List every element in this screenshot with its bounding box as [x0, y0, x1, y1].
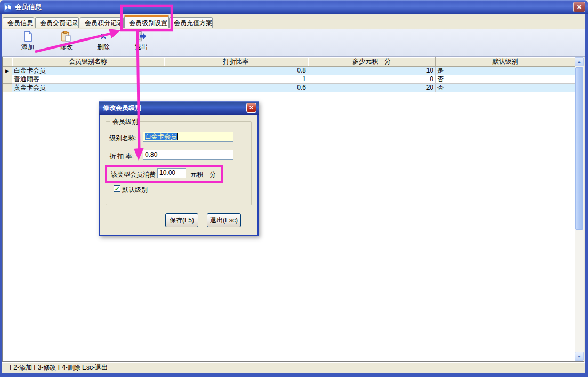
grid-header-selector — [3, 57, 12, 67]
exit-button-label: 退出 — [135, 43, 148, 52]
add-document-icon — [23, 30, 33, 42]
level-name-input[interactable]: 白金卡会员 — [143, 132, 233, 142]
cell-default[interactable]: 是 — [436, 67, 575, 75]
window-title: 会员信息 — [15, 3, 42, 12]
exit-door-icon — [135, 30, 147, 42]
cell-yuan-per-point[interactable]: 0 — [308, 75, 436, 84]
cell-default[interactable]: 否 — [436, 75, 575, 84]
window-border-bottom — [0, 373, 588, 377]
window-border-right — [585, 14, 588, 373]
selected-row-arrow-icon: ▶ — [5, 68, 9, 74]
cell-level-name[interactable]: 普通顾客 — [12, 75, 164, 84]
chevron-down-icon: ▼ — [577, 355, 581, 358]
add-button-label: 添加 — [21, 43, 34, 52]
edit-button-label: 修改 — [60, 43, 73, 52]
status-text: F2-添加 F3-修改 F4-删除 Esc-退出 — [10, 364, 108, 371]
level-name-label: 级别名称: — [109, 134, 136, 143]
groupbox-label: 会员级别 — [110, 117, 140, 126]
grid-header-default[interactable]: 默认级别 — [436, 57, 575, 67]
tab-level-settings[interactable]: 会员级别设置 — [124, 15, 169, 28]
discount-rate-input[interactable]: 0.80 — [143, 150, 233, 160]
grid-header-discount[interactable]: 打折比率 — [164, 57, 308, 67]
tab-recharge-plans[interactable]: 会员充值方案 — [169, 17, 213, 28]
tab-member-info[interactable]: 会员信息 — [3, 17, 34, 28]
member-info-window: 会员信息 × 会员信息 会员交费记录 会员积分记录 会员级别设置 会员充值方案 … — [0, 0, 588, 377]
dialog-title: 修改会员级别 — [103, 103, 141, 113]
selected-text: 白金卡会员 — [145, 133, 177, 140]
cell-level-name[interactable]: 白金卡会员 — [12, 67, 164, 75]
app-icon — [4, 3, 12, 12]
grid-header-level-name[interactable]: 会员级别名称 — [12, 57, 164, 67]
discount-rate-label: 折 扣 率: — [109, 152, 134, 161]
toolbar: 添加 修改 × 删除 退出 — [2, 29, 585, 57]
grid-header-yuan-per-point[interactable]: 多少元积一分 — [308, 57, 436, 67]
cell-discount[interactable]: 0.8 — [164, 67, 308, 75]
dialog-exit-button[interactable]: 退出(Esc) — [207, 213, 241, 227]
table-row[interactable]: 普通顾客 1 0 否 — [3, 75, 575, 84]
scroll-up-button[interactable]: ▲ — [575, 57, 584, 66]
dialog-titlebar: 修改会员级别 × — [99, 101, 259, 115]
tab-strip: 会员信息 会员交费记录 会员积分记录 会员级别设置 会员充值方案 — [2, 15, 585, 28]
row-selector-cell — [3, 84, 12, 92]
cell-yuan-per-point[interactable]: 10 — [308, 67, 436, 75]
default-level-checkbox[interactable]: ✔ — [114, 185, 120, 192]
grid-header-row: 会员级别名称 打折比率 多少元积一分 默认级别 — [3, 57, 575, 67]
edit-button[interactable]: 修改 — [51, 30, 81, 55]
chevron-up-icon: ▲ — [577, 60, 581, 63]
cell-level-name[interactable]: 黄金卡会员 — [12, 84, 164, 92]
consume-suffix-label: 元积一分 — [190, 170, 216, 179]
window-titlebar: 会员信息 — [0, 0, 588, 14]
cell-discount[interactable]: 1 — [164, 75, 308, 84]
window-close-button[interactable]: × — [573, 2, 585, 12]
tab-payment-records[interactable]: 会员交费记录 — [35, 17, 79, 28]
cell-discount[interactable]: 0.6 — [164, 84, 308, 92]
cell-default[interactable]: 否 — [436, 84, 575, 92]
row-selector-cell — [3, 75, 12, 84]
delete-button-label: 删除 — [97, 43, 110, 52]
check-icon: ✔ — [115, 186, 119, 192]
dialog-close-button[interactable]: × — [246, 103, 256, 113]
delete-button[interactable]: × 删除 — [88, 30, 118, 55]
consume-label: 该类型会员消费 — [111, 170, 156, 179]
member-level-grid: 会员级别名称 打折比率 多少元积一分 默认级别 ▶ 白金卡会员 0.8 10 是… — [2, 57, 584, 362]
row-selector-cell: ▶ — [3, 67, 12, 75]
scroll-down-button[interactable]: ▼ — [575, 352, 584, 361]
exit-button[interactable]: 退出 — [126, 30, 156, 55]
vertical-scrollbar[interactable]: ▲ ▼ — [575, 57, 584, 361]
scrollbar-thumb[interactable] — [575, 67, 583, 230]
add-button[interactable]: 添加 — [13, 30, 43, 55]
edit-clipboard-icon — [61, 30, 71, 42]
table-row[interactable]: 黄金卡会员 0.6 20 否 — [3, 84, 575, 92]
consume-amount-input[interactable]: 10.00 — [157, 168, 186, 178]
status-bar: F2-添加 F3-修改 F4-删除 Esc-退出 — [2, 362, 585, 373]
cell-yuan-per-point[interactable]: 20 — [308, 84, 436, 92]
table-row[interactable]: ▶ 白金卡会员 0.8 10 是 — [3, 67, 575, 75]
text-caret — [177, 133, 178, 140]
tab-points-records[interactable]: 会员积分记录 — [80, 17, 124, 28]
default-level-checkbox-label: 默认级别 — [122, 186, 148, 195]
delete-x-icon: × — [100, 30, 107, 42]
dialog-body: 会员级别 级别名称: 白金卡会员 折 扣 率: 0.80 该类型会员消费 10.… — [100, 115, 257, 235]
modify-level-dialog: 修改会员级别 × 会员级别 级别名称: 白金卡会员 折 扣 率: 0.80 该类… — [99, 101, 259, 236]
save-button[interactable]: 保存(F5) — [165, 213, 198, 227]
